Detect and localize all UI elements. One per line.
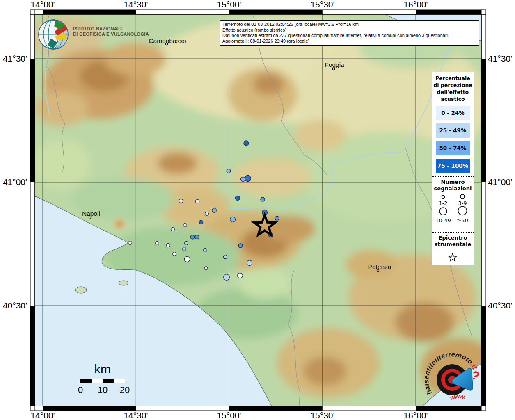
legend-class-25-49: 25 - 49% — [436, 123, 470, 138]
felt-report-point — [247, 260, 252, 266]
legend-title: Percentuale di percezione dell'effetto a… — [433, 75, 473, 103]
count-label-50: ≥50 — [457, 217, 468, 224]
event-title-line: Terremoto del 03-03-2012 02:04:25 (ora l… — [222, 22, 477, 27]
felt-report-point — [195, 235, 199, 239]
felt-report-point — [171, 228, 175, 231]
scale-bar: km 0 10 20 — [66, 363, 140, 395]
felt-report-point — [173, 252, 176, 256]
ingv-wordmark: ISTITUTO NAZIONALE DI GEOFISICA E VULCAN… — [70, 26, 149, 37]
felt-report-point — [230, 217, 236, 222]
event-effect-line: Effetto acustico (rombo sismico) — [222, 27, 477, 33]
legend-class-0-24: 0 - 24% — [436, 106, 470, 120]
felt-report-point — [241, 177, 245, 182]
felt-report-point — [183, 247, 186, 251]
island-capri — [119, 281, 128, 285]
scale-unit: km — [66, 363, 140, 376]
count-label-10-49: 10-49 — [435, 217, 451, 224]
felt-report-point — [245, 176, 251, 182]
legend-epicenter-symbol — [433, 249, 473, 265]
scale-tick-10: 10 — [98, 385, 108, 395]
felt-report-point — [156, 242, 159, 245]
vesuvius-terrain — [114, 218, 125, 230]
felt-report-point — [183, 224, 187, 227]
felt-report-point — [167, 244, 170, 247]
scale-bar-segments — [80, 379, 125, 383]
legend-panel: Percentuale di percezione dell'effetto a… — [432, 72, 474, 265]
felt-report-point — [199, 220, 203, 224]
legend-class-75-100: 75 - 100% — [436, 159, 470, 173]
felt-report-point — [236, 196, 240, 201]
ingv-globe-logo — [39, 20, 68, 49]
felt-report-point — [238, 273, 243, 278]
ingv-text-line2: DI GEOFISICA E VULCANOLOGIA — [73, 32, 149, 37]
star-icon — [449, 253, 457, 261]
ingv-text-line1: ISTITUTO NAZIONALE — [73, 26, 149, 32]
ingv-felt-report-map: 14°00' 14°30' 15°00' 15°30' 16°00' 14°00… — [0, 0, 515, 420]
felt-report-point — [227, 169, 231, 173]
felt-report-point — [204, 249, 207, 252]
felt-report-point — [261, 197, 265, 201]
felt-report-point — [205, 212, 209, 216]
felt-report-point — [244, 141, 249, 146]
scale-tick-20: 20 — [120, 385, 130, 395]
legend-epicenter-title: Epicentro strumentale — [432, 235, 474, 248]
felt-report-point — [179, 199, 183, 203]
felt-report-point — [275, 216, 279, 220]
event-data-note-line: Dati non verificati estratti da 237 ques… — [222, 33, 477, 39]
haisentitoilterremoto-logo: haisentitoilterremoto.it www. ? — [425, 350, 483, 408]
felt-report-point — [195, 199, 199, 203]
event-info-box: Terremoto del 03-03-2012 02:04:25 (ora l… — [220, 20, 479, 46]
felt-report-point — [185, 242, 188, 245]
count-label-3-9: 3-9 — [458, 200, 467, 206]
count-label-1-2: 1-2 — [439, 200, 447, 206]
event-updated-line: Aggiornato il: 08-01-2026 23:49 (ora loc… — [222, 39, 477, 44]
felt-report-point — [190, 235, 195, 239]
basemap-terrain — [29, 14, 499, 406]
felt-report-point — [224, 274, 230, 281]
legend-class-50-74: 50 - 74% — [436, 141, 470, 155]
felt-report-point — [224, 255, 227, 259]
felt-report-point — [204, 267, 208, 270]
island-ischia — [75, 287, 87, 293]
legend-count-title: Numero segnalazioni — [432, 179, 474, 192]
felt-report-point — [238, 244, 243, 248]
felt-report-point — [212, 208, 217, 213]
felt-report-point — [184, 256, 190, 262]
felt-report-point — [128, 241, 132, 245]
legend-count-symbols: 1-2 3-9 10-49 ≥50 — [433, 193, 473, 232]
scale-tick-0: 0 — [78, 385, 83, 395]
